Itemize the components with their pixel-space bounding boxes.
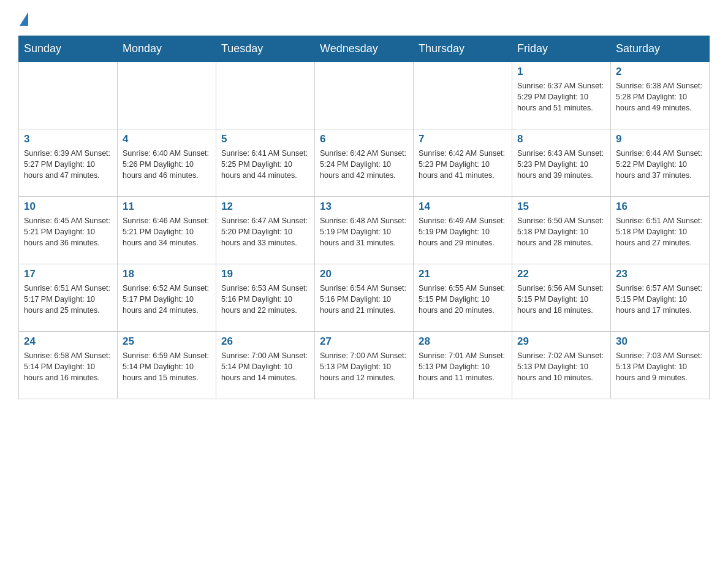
day-number: 18 — [123, 268, 211, 280]
calendar-cell: 4Sunrise: 6:40 AM Sunset: 5:26 PM Daylig… — [118, 129, 216, 197]
weekday-header-tuesday: Tuesday — [216, 36, 315, 62]
day-number: 13 — [320, 201, 408, 213]
calendar-cell: 25Sunrise: 6:59 AM Sunset: 5:14 PM Dayli… — [118, 332, 216, 399]
day-number: 3 — [24, 133, 112, 145]
day-info: Sunrise: 6:53 AM Sunset: 5:16 PM Dayligh… — [221, 283, 309, 316]
day-number: 2 — [616, 66, 704, 78]
day-info: Sunrise: 6:57 AM Sunset: 5:15 PM Dayligh… — [616, 283, 704, 316]
calendar-cell: 19Sunrise: 6:53 AM Sunset: 5:16 PM Dayli… — [216, 264, 315, 332]
day-number: 6 — [320, 133, 408, 145]
calendar-cell: 24Sunrise: 6:58 AM Sunset: 5:14 PM Dayli… — [19, 332, 118, 399]
weekday-header-monday: Monday — [118, 36, 216, 62]
day-info: Sunrise: 7:02 AM Sunset: 5:13 PM Dayligh… — [517, 350, 605, 383]
day-number: 17 — [24, 268, 112, 280]
day-info: Sunrise: 6:48 AM Sunset: 5:19 PM Dayligh… — [320, 215, 408, 248]
weekday-header-row: SundayMondayTuesdayWednesdayThursdayFrid… — [19, 36, 710, 62]
calendar-cell: 18Sunrise: 6:52 AM Sunset: 5:17 PM Dayli… — [118, 264, 216, 332]
calendar-cell: 9Sunrise: 6:44 AM Sunset: 5:22 PM Daylig… — [611, 129, 710, 197]
page-header — [18, 12, 710, 25]
calendar-cell: 14Sunrise: 6:49 AM Sunset: 5:19 PM Dayli… — [414, 197, 512, 264]
calendar-table: SundayMondayTuesdayWednesdayThursdayFrid… — [18, 36, 710, 399]
day-info: Sunrise: 6:58 AM Sunset: 5:14 PM Dayligh… — [24, 350, 112, 383]
day-number: 27 — [320, 335, 408, 348]
day-number: 7 — [419, 133, 507, 145]
day-number: 5 — [221, 133, 309, 145]
day-number: 21 — [419, 268, 507, 280]
calendar-week-5: 24Sunrise: 6:58 AM Sunset: 5:14 PM Dayli… — [19, 332, 710, 399]
day-info: Sunrise: 6:39 AM Sunset: 5:27 PM Dayligh… — [24, 148, 112, 181]
day-info: Sunrise: 6:46 AM Sunset: 5:21 PM Dayligh… — [123, 215, 211, 248]
calendar-week-1: 1Sunrise: 6:37 AM Sunset: 5:29 PM Daylig… — [19, 62, 710, 129]
day-number: 24 — [24, 335, 112, 348]
day-number: 30 — [616, 335, 704, 348]
day-info: Sunrise: 6:42 AM Sunset: 5:24 PM Dayligh… — [320, 148, 408, 181]
day-number: 20 — [320, 268, 408, 280]
calendar-cell: 7Sunrise: 6:42 AM Sunset: 5:23 PM Daylig… — [414, 129, 512, 197]
day-number: 26 — [221, 335, 309, 348]
day-info: Sunrise: 6:38 AM Sunset: 5:28 PM Dayligh… — [616, 80, 704, 113]
calendar-cell: 15Sunrise: 6:50 AM Sunset: 5:18 PM Dayli… — [512, 197, 611, 264]
calendar-cell: 10Sunrise: 6:45 AM Sunset: 5:21 PM Dayli… — [19, 197, 118, 264]
day-number: 12 — [221, 201, 309, 213]
calendar-cell — [414, 62, 512, 129]
calendar-cell: 5Sunrise: 6:41 AM Sunset: 5:25 PM Daylig… — [216, 129, 315, 197]
calendar-cell: 13Sunrise: 6:48 AM Sunset: 5:19 PM Dayli… — [315, 197, 414, 264]
calendar-cell: 17Sunrise: 6:51 AM Sunset: 5:17 PM Dayli… — [19, 264, 118, 332]
day-number: 1 — [517, 66, 605, 78]
day-info: Sunrise: 7:01 AM Sunset: 5:13 PM Dayligh… — [419, 350, 507, 383]
day-info: Sunrise: 6:45 AM Sunset: 5:21 PM Dayligh… — [24, 215, 112, 248]
day-info: Sunrise: 6:49 AM Sunset: 5:19 PM Dayligh… — [419, 215, 507, 248]
weekday-header-thursday: Thursday — [414, 36, 512, 62]
calendar-cell: 12Sunrise: 6:47 AM Sunset: 5:20 PM Dayli… — [216, 197, 315, 264]
calendar-cell: 16Sunrise: 6:51 AM Sunset: 5:18 PM Dayli… — [611, 197, 710, 264]
day-info: Sunrise: 6:41 AM Sunset: 5:25 PM Dayligh… — [221, 148, 309, 181]
calendar-cell: 1Sunrise: 6:37 AM Sunset: 5:29 PM Daylig… — [512, 62, 611, 129]
day-info: Sunrise: 6:52 AM Sunset: 5:17 PM Dayligh… — [123, 283, 211, 316]
day-number: 28 — [419, 335, 507, 348]
day-info: Sunrise: 6:51 AM Sunset: 5:17 PM Dayligh… — [24, 283, 112, 316]
day-info: Sunrise: 6:43 AM Sunset: 5:23 PM Dayligh… — [517, 148, 605, 181]
day-number: 25 — [123, 335, 211, 348]
calendar-cell: 28Sunrise: 7:01 AM Sunset: 5:13 PM Dayli… — [414, 332, 512, 399]
day-info: Sunrise: 6:50 AM Sunset: 5:18 PM Dayligh… — [517, 215, 605, 248]
calendar-cell: 3Sunrise: 6:39 AM Sunset: 5:27 PM Daylig… — [19, 129, 118, 197]
day-number: 4 — [123, 133, 211, 145]
day-info: Sunrise: 7:00 AM Sunset: 5:13 PM Dayligh… — [320, 350, 408, 383]
calendar-week-4: 17Sunrise: 6:51 AM Sunset: 5:17 PM Dayli… — [19, 264, 710, 332]
calendar-cell: 6Sunrise: 6:42 AM Sunset: 5:24 PM Daylig… — [315, 129, 414, 197]
day-info: Sunrise: 6:42 AM Sunset: 5:23 PM Dayligh… — [419, 148, 507, 181]
calendar-cell — [216, 62, 315, 129]
day-number: 11 — [123, 201, 211, 213]
day-number: 10 — [24, 201, 112, 213]
day-info: Sunrise: 6:56 AM Sunset: 5:15 PM Dayligh… — [517, 283, 605, 316]
weekday-header-sunday: Sunday — [19, 36, 118, 62]
calendar-cell: 20Sunrise: 6:54 AM Sunset: 5:16 PM Dayli… — [315, 264, 414, 332]
calendar-body: 1Sunrise: 6:37 AM Sunset: 5:29 PM Daylig… — [19, 62, 710, 399]
calendar-cell: 21Sunrise: 6:55 AM Sunset: 5:15 PM Dayli… — [414, 264, 512, 332]
calendar-cell: 8Sunrise: 6:43 AM Sunset: 5:23 PM Daylig… — [512, 129, 611, 197]
calendar-cell — [315, 62, 414, 129]
logo — [18, 12, 28, 25]
day-number: 29 — [517, 335, 605, 348]
logo-triangle-icon — [20, 12, 28, 26]
day-info: Sunrise: 6:44 AM Sunset: 5:22 PM Dayligh… — [616, 148, 704, 181]
weekday-header-saturday: Saturday — [611, 36, 710, 62]
day-number: 8 — [517, 133, 605, 145]
day-number: 14 — [419, 201, 507, 213]
day-info: Sunrise: 7:00 AM Sunset: 5:14 PM Dayligh… — [221, 350, 309, 383]
calendar-cell: 23Sunrise: 6:57 AM Sunset: 5:15 PM Dayli… — [611, 264, 710, 332]
calendar-cell — [118, 62, 216, 129]
day-info: Sunrise: 6:40 AM Sunset: 5:26 PM Dayligh… — [123, 148, 211, 181]
calendar-cell: 26Sunrise: 7:00 AM Sunset: 5:14 PM Dayli… — [216, 332, 315, 399]
calendar-week-3: 10Sunrise: 6:45 AM Sunset: 5:21 PM Dayli… — [19, 197, 710, 264]
calendar-cell: 22Sunrise: 6:56 AM Sunset: 5:15 PM Dayli… — [512, 264, 611, 332]
day-info: Sunrise: 7:03 AM Sunset: 5:13 PM Dayligh… — [616, 350, 704, 383]
calendar-cell: 27Sunrise: 7:00 AM Sunset: 5:13 PM Dayli… — [315, 332, 414, 399]
weekday-header-friday: Friday — [512, 36, 611, 62]
calendar-cell: 2Sunrise: 6:38 AM Sunset: 5:28 PM Daylig… — [611, 62, 710, 129]
day-number: 19 — [221, 268, 309, 280]
calendar-cell: 11Sunrise: 6:46 AM Sunset: 5:21 PM Dayli… — [118, 197, 216, 264]
calendar-week-2: 3Sunrise: 6:39 AM Sunset: 5:27 PM Daylig… — [19, 129, 710, 197]
weekday-header-wednesday: Wednesday — [315, 36, 414, 62]
day-info: Sunrise: 6:55 AM Sunset: 5:15 PM Dayligh… — [419, 283, 507, 316]
